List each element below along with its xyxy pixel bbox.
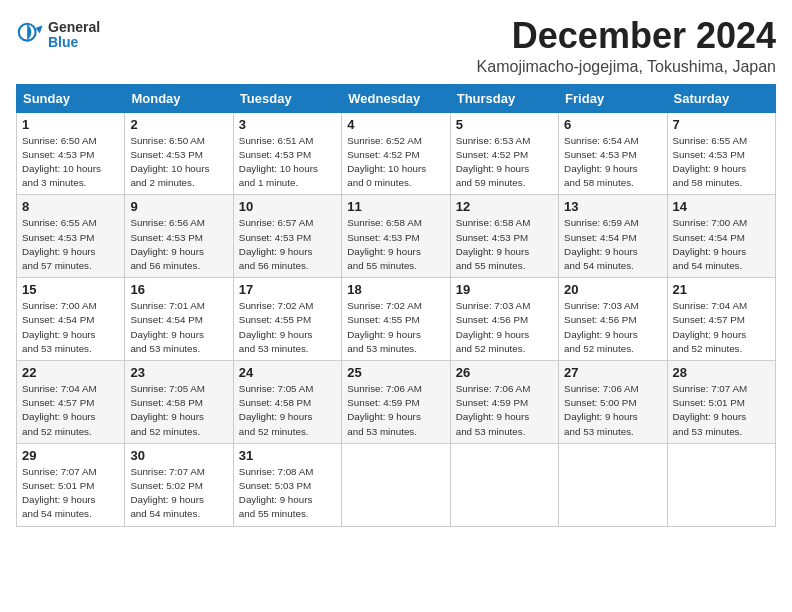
day-info: Sunrise: 6:55 AMSunset: 4:53 PMDaylight:… xyxy=(22,216,119,273)
day-info: Sunrise: 7:00 AMSunset: 4:54 PMDaylight:… xyxy=(673,216,770,273)
day-info: Sunrise: 6:50 AMSunset: 4:53 PMDaylight:… xyxy=(130,134,227,191)
calendar-cell: 12Sunrise: 6:58 AMSunset: 4:53 PMDayligh… xyxy=(450,195,558,278)
day-number: 20 xyxy=(564,282,661,297)
day-number: 19 xyxy=(456,282,553,297)
calendar-week-3: 15Sunrise: 7:00 AMSunset: 4:54 PMDayligh… xyxy=(17,278,776,361)
day-number: 3 xyxy=(239,117,336,132)
day-info: Sunrise: 6:53 AMSunset: 4:52 PMDaylight:… xyxy=(456,134,553,191)
day-number: 21 xyxy=(673,282,770,297)
weekday-header-saturday: Saturday xyxy=(667,84,775,112)
day-number: 8 xyxy=(22,199,119,214)
day-number: 22 xyxy=(22,365,119,380)
calendar-cell: 10Sunrise: 6:57 AMSunset: 4:53 PMDayligh… xyxy=(233,195,341,278)
calendar-cell: 4Sunrise: 6:52 AMSunset: 4:52 PMDaylight… xyxy=(342,112,450,195)
day-number: 5 xyxy=(456,117,553,132)
day-number: 31 xyxy=(239,448,336,463)
calendar-cell: 22Sunrise: 7:04 AMSunset: 4:57 PMDayligh… xyxy=(17,361,125,444)
day-info: Sunrise: 7:07 AMSunset: 5:01 PMDaylight:… xyxy=(22,465,119,522)
day-number: 11 xyxy=(347,199,444,214)
day-number: 6 xyxy=(564,117,661,132)
day-info: Sunrise: 7:05 AMSunset: 4:58 PMDaylight:… xyxy=(239,382,336,439)
calendar-cell: 27Sunrise: 7:06 AMSunset: 5:00 PMDayligh… xyxy=(559,361,667,444)
day-info: Sunrise: 7:03 AMSunset: 4:56 PMDaylight:… xyxy=(564,299,661,356)
calendar-cell: 29Sunrise: 7:07 AMSunset: 5:01 PMDayligh… xyxy=(17,443,125,526)
calendar-cell: 31Sunrise: 7:08 AMSunset: 5:03 PMDayligh… xyxy=(233,443,341,526)
calendar-cell xyxy=(342,443,450,526)
logo-icon xyxy=(16,21,44,49)
calendar-cell xyxy=(667,443,775,526)
day-info: Sunrise: 7:08 AMSunset: 5:03 PMDaylight:… xyxy=(239,465,336,522)
day-number: 1 xyxy=(22,117,119,132)
day-info: Sunrise: 6:50 AMSunset: 4:53 PMDaylight:… xyxy=(22,134,119,191)
weekday-header-sunday: Sunday xyxy=(17,84,125,112)
day-info: Sunrise: 6:55 AMSunset: 4:53 PMDaylight:… xyxy=(673,134,770,191)
calendar-cell: 2Sunrise: 6:50 AMSunset: 4:53 PMDaylight… xyxy=(125,112,233,195)
calendar-cell: 9Sunrise: 6:56 AMSunset: 4:53 PMDaylight… xyxy=(125,195,233,278)
calendar-week-5: 29Sunrise: 7:07 AMSunset: 5:01 PMDayligh… xyxy=(17,443,776,526)
day-info: Sunrise: 7:06 AMSunset: 4:59 PMDaylight:… xyxy=(456,382,553,439)
calendar-cell: 25Sunrise: 7:06 AMSunset: 4:59 PMDayligh… xyxy=(342,361,450,444)
day-info: Sunrise: 7:05 AMSunset: 4:58 PMDaylight:… xyxy=(130,382,227,439)
logo-text: General Blue xyxy=(48,20,100,51)
calendar-cell: 20Sunrise: 7:03 AMSunset: 4:56 PMDayligh… xyxy=(559,278,667,361)
calendar-cell: 17Sunrise: 7:02 AMSunset: 4:55 PMDayligh… xyxy=(233,278,341,361)
calendar-week-4: 22Sunrise: 7:04 AMSunset: 4:57 PMDayligh… xyxy=(17,361,776,444)
day-info: Sunrise: 7:02 AMSunset: 4:55 PMDaylight:… xyxy=(239,299,336,356)
calendar-cell: 8Sunrise: 6:55 AMSunset: 4:53 PMDaylight… xyxy=(17,195,125,278)
calendar-cell: 3Sunrise: 6:51 AMSunset: 4:53 PMDaylight… xyxy=(233,112,341,195)
day-number: 30 xyxy=(130,448,227,463)
calendar-cell: 24Sunrise: 7:05 AMSunset: 4:58 PMDayligh… xyxy=(233,361,341,444)
day-number: 18 xyxy=(347,282,444,297)
logo-blue: Blue xyxy=(48,35,100,50)
calendar-cell: 18Sunrise: 7:02 AMSunset: 4:55 PMDayligh… xyxy=(342,278,450,361)
calendar-cell: 21Sunrise: 7:04 AMSunset: 4:57 PMDayligh… xyxy=(667,278,775,361)
logo-general: General xyxy=(48,20,100,35)
day-info: Sunrise: 6:52 AMSunset: 4:52 PMDaylight:… xyxy=(347,134,444,191)
day-info: Sunrise: 7:06 AMSunset: 4:59 PMDaylight:… xyxy=(347,382,444,439)
calendar-cell: 5Sunrise: 6:53 AMSunset: 4:52 PMDaylight… xyxy=(450,112,558,195)
location-title: Kamojimacho-jogejima, Tokushima, Japan xyxy=(477,58,776,76)
day-info: Sunrise: 6:58 AMSunset: 4:53 PMDaylight:… xyxy=(347,216,444,273)
day-number: 10 xyxy=(239,199,336,214)
day-number: 12 xyxy=(456,199,553,214)
calendar-cell: 19Sunrise: 7:03 AMSunset: 4:56 PMDayligh… xyxy=(450,278,558,361)
day-number: 25 xyxy=(347,365,444,380)
calendar-cell: 15Sunrise: 7:00 AMSunset: 4:54 PMDayligh… xyxy=(17,278,125,361)
day-info: Sunrise: 6:51 AMSunset: 4:53 PMDaylight:… xyxy=(239,134,336,191)
calendar-cell: 30Sunrise: 7:07 AMSunset: 5:02 PMDayligh… xyxy=(125,443,233,526)
weekday-header-friday: Friday xyxy=(559,84,667,112)
calendar-cell: 14Sunrise: 7:00 AMSunset: 4:54 PMDayligh… xyxy=(667,195,775,278)
calendar-cell xyxy=(450,443,558,526)
day-number: 16 xyxy=(130,282,227,297)
calendar-cell xyxy=(559,443,667,526)
weekday-header-wednesday: Wednesday xyxy=(342,84,450,112)
page-header: General Blue December 2024 Kamojimacho-j… xyxy=(16,16,776,76)
logo: General Blue xyxy=(16,20,100,51)
weekday-header-row: SundayMondayTuesdayWednesdayThursdayFrid… xyxy=(17,84,776,112)
title-section: December 2024 Kamojimacho-jogejima, Toku… xyxy=(477,16,776,76)
calendar-cell: 11Sunrise: 6:58 AMSunset: 4:53 PMDayligh… xyxy=(342,195,450,278)
calendar-week-1: 1Sunrise: 6:50 AMSunset: 4:53 PMDaylight… xyxy=(17,112,776,195)
calendar-cell: 6Sunrise: 6:54 AMSunset: 4:53 PMDaylight… xyxy=(559,112,667,195)
weekday-header-tuesday: Tuesday xyxy=(233,84,341,112)
day-info: Sunrise: 7:04 AMSunset: 4:57 PMDaylight:… xyxy=(673,299,770,356)
day-info: Sunrise: 7:02 AMSunset: 4:55 PMDaylight:… xyxy=(347,299,444,356)
month-title: December 2024 xyxy=(477,16,776,56)
calendar-week-2: 8Sunrise: 6:55 AMSunset: 4:53 PMDaylight… xyxy=(17,195,776,278)
day-number: 13 xyxy=(564,199,661,214)
day-info: Sunrise: 7:03 AMSunset: 4:56 PMDaylight:… xyxy=(456,299,553,356)
day-info: Sunrise: 7:00 AMSunset: 4:54 PMDaylight:… xyxy=(22,299,119,356)
calendar-table: SundayMondayTuesdayWednesdayThursdayFrid… xyxy=(16,84,776,527)
calendar-cell: 16Sunrise: 7:01 AMSunset: 4:54 PMDayligh… xyxy=(125,278,233,361)
day-number: 17 xyxy=(239,282,336,297)
calendar-cell: 13Sunrise: 6:59 AMSunset: 4:54 PMDayligh… xyxy=(559,195,667,278)
day-number: 14 xyxy=(673,199,770,214)
calendar-cell: 23Sunrise: 7:05 AMSunset: 4:58 PMDayligh… xyxy=(125,361,233,444)
day-number: 15 xyxy=(22,282,119,297)
day-info: Sunrise: 6:59 AMSunset: 4:54 PMDaylight:… xyxy=(564,216,661,273)
day-info: Sunrise: 6:54 AMSunset: 4:53 PMDaylight:… xyxy=(564,134,661,191)
day-info: Sunrise: 6:57 AMSunset: 4:53 PMDaylight:… xyxy=(239,216,336,273)
day-info: Sunrise: 6:58 AMSunset: 4:53 PMDaylight:… xyxy=(456,216,553,273)
day-number: 24 xyxy=(239,365,336,380)
weekday-header-thursday: Thursday xyxy=(450,84,558,112)
